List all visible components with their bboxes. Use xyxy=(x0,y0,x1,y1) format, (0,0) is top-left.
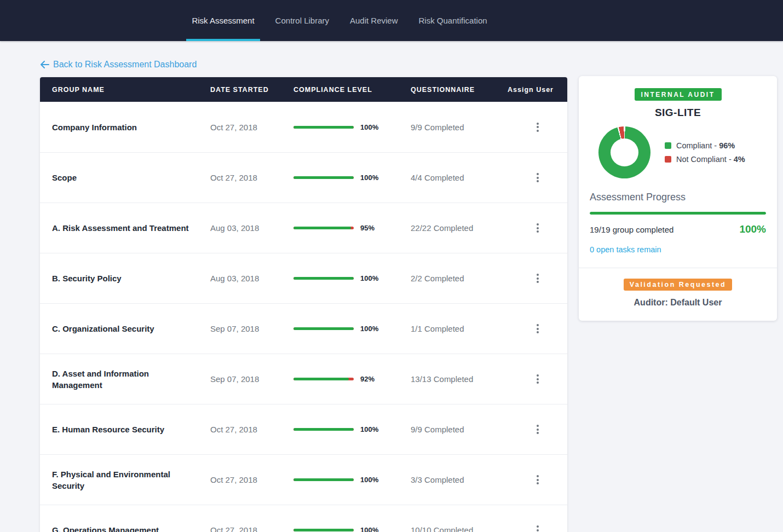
col-assign-user: Assign User xyxy=(508,86,567,94)
group-name: B. Security Policy xyxy=(52,273,210,284)
kebab-menu-icon[interactable] xyxy=(533,119,542,135)
arrow-left-icon xyxy=(40,61,49,68)
compliance-cell: 100% xyxy=(293,526,411,532)
group-name: Scope xyxy=(52,172,210,183)
assign-user-cell xyxy=(533,421,542,437)
validation-requested-badge: Validation Requested xyxy=(624,279,732,291)
tab-audit-review[interactable]: Audit Review xyxy=(344,0,404,41)
questionnaire-status: 1/1 Completed xyxy=(411,324,508,333)
internal-audit-card: INTERNAL AUDIT SIG-LITE Compliant - 96% … xyxy=(579,76,777,321)
compliance-bar-fill xyxy=(293,327,354,330)
questionnaire-status: 10/10 Completed xyxy=(411,525,508,532)
date-started: Oct 27, 2018 xyxy=(210,525,293,532)
kebab-menu-icon[interactable] xyxy=(533,170,542,186)
compliance-chart-row: Compliant - 96% Not Compliant - 4% xyxy=(590,126,766,178)
tab-label: Risk Quantification xyxy=(419,16,487,25)
assign-user-cell xyxy=(533,522,542,532)
tab-risk-quantification[interactable]: Risk Quantification xyxy=(413,0,493,41)
table-row[interactable]: G. Operations Management Oct 27, 2018 10… xyxy=(40,505,567,532)
questionnaire-title: SIG-LITE xyxy=(590,107,766,119)
back-to-dashboard-link[interactable]: Back to Risk Assessment Dashboard xyxy=(40,60,197,70)
date-started: Aug 03, 2018 xyxy=(210,223,293,233)
compliance-cell: 100% xyxy=(293,174,411,182)
compliance-bar xyxy=(293,428,354,431)
tab-label: Audit Review xyxy=(350,16,398,25)
compliance-bar xyxy=(293,176,354,179)
compliance-percent: 100% xyxy=(360,174,378,182)
auditor-name: Auditor: Default User xyxy=(590,298,766,308)
internal-audit-badge: INTERNAL AUDIT xyxy=(635,88,722,101)
compliance-percent: 100% xyxy=(360,123,378,131)
compliance-percent: 100% xyxy=(360,526,378,532)
tab-control-library[interactable]: Control Library xyxy=(270,0,335,41)
compliance-percent: 100% xyxy=(360,425,378,433)
compliance-cell: 100% xyxy=(293,123,411,131)
table-header: GROUP NAME DATE STARTED COMPLIANCE LEVEL… xyxy=(40,77,567,102)
page-content: Back to Risk Assessment Dashboard GROUP … xyxy=(0,41,783,532)
compliance-bar-fill xyxy=(293,277,354,280)
progress-bar-fill xyxy=(590,212,766,215)
kebab-menu-icon[interactable] xyxy=(533,421,542,437)
col-compliance-level: COMPLIANCE LEVEL xyxy=(293,86,411,94)
kebab-menu-icon[interactable] xyxy=(533,270,542,286)
not-compliant-swatch-icon xyxy=(665,156,671,163)
compliance-donut-chart xyxy=(598,126,650,178)
date-started: Oct 27, 2018 xyxy=(210,123,293,132)
kebab-menu-icon[interactable] xyxy=(533,472,542,488)
col-questionnaire: QUESTIONNAIRE xyxy=(411,86,508,94)
compliance-cell: 92% xyxy=(293,375,411,383)
validation-section: Validation Requested Auditor: Default Us… xyxy=(579,268,777,321)
questionnaire-status: 13/13 Completed xyxy=(411,374,508,384)
assessment-progress-section: Assessment Progress 19/19 group complete… xyxy=(579,189,777,255)
compliance-cell: 100% xyxy=(293,425,411,433)
compliance-cell: 100% xyxy=(293,325,411,333)
kebab-menu-icon[interactable] xyxy=(533,321,542,337)
legend-label: Not Compliant - 4% xyxy=(676,155,745,164)
compliance-bar-fill xyxy=(293,478,354,481)
questionnaire-status: 9/9 Completed xyxy=(411,425,508,434)
assign-user-cell xyxy=(533,119,542,135)
group-name: F. Physical and Environmental Security xyxy=(52,469,210,491)
compliance-bar xyxy=(293,529,354,531)
group-name: D. Asset and Information Management xyxy=(52,368,210,391)
compliance-bar xyxy=(293,227,354,229)
open-tasks-link[interactable]: 0 open tasks remain xyxy=(590,245,661,254)
table-row[interactable]: A. Risk Assessment and Treatment Aug 03,… xyxy=(40,203,567,253)
date-started: Aug 03, 2018 xyxy=(210,274,293,283)
table-row[interactable]: Company Information Oct 27, 2018 100% 9/… xyxy=(40,102,567,152)
top-nav: Risk AssessmentControl LibraryAudit Revi… xyxy=(0,0,783,41)
kebab-menu-icon[interactable] xyxy=(533,371,542,387)
table-row[interactable]: C. Organizational Security Sep 07, 2018 … xyxy=(40,303,567,354)
assign-user-cell xyxy=(533,220,542,236)
compliance-bar xyxy=(293,327,354,330)
col-group-name: GROUP NAME xyxy=(52,86,210,94)
compliance-percent: 100% xyxy=(360,325,378,333)
group-name: G. Operations Management xyxy=(52,524,210,532)
kebab-menu-icon[interactable] xyxy=(533,522,542,532)
groups-completed-text: 19/19 group completed xyxy=(590,225,673,234)
questionnaire-status: 2/2 Completed xyxy=(411,274,508,283)
col-date-started: DATE STARTED xyxy=(210,86,293,94)
compliance-bar xyxy=(293,478,354,481)
date-started: Oct 27, 2018 xyxy=(210,475,293,484)
compliance-cell: 95% xyxy=(293,224,411,232)
table-row[interactable]: F. Physical and Environmental Security O… xyxy=(40,454,567,505)
date-started: Sep 07, 2018 xyxy=(210,324,293,333)
kebab-menu-icon[interactable] xyxy=(533,220,542,236)
table-row[interactable]: B. Security Policy Aug 03, 2018 100% 2/2… xyxy=(40,253,567,303)
group-name: E. Human Resource Security xyxy=(52,424,210,435)
table-body: Company Information Oct 27, 2018 100% 9/… xyxy=(40,102,567,532)
tab-risk-assessment[interactable]: Risk Assessment xyxy=(186,0,260,41)
table-row[interactable]: E. Human Resource Security Oct 27, 2018 … xyxy=(40,404,567,454)
questionnaire-status: 3/3 Completed xyxy=(411,475,508,484)
progress-heading: Assessment Progress xyxy=(590,192,766,203)
compliance-bar-fill xyxy=(293,529,354,531)
chart-legend: Compliant - 96% Not Compliant - 4% xyxy=(665,141,745,164)
compliance-cell: 100% xyxy=(293,274,411,282)
progress-percent: 100% xyxy=(739,223,766,235)
table-row[interactable]: Scope Oct 27, 2018 100% 4/4 Completed xyxy=(40,152,567,203)
compliance-bar-fill xyxy=(293,176,354,179)
tab-label: Control Library xyxy=(275,16,329,25)
compliance-cell: 100% xyxy=(293,476,411,484)
table-row[interactable]: D. Asset and Information Management Sep … xyxy=(40,354,567,404)
